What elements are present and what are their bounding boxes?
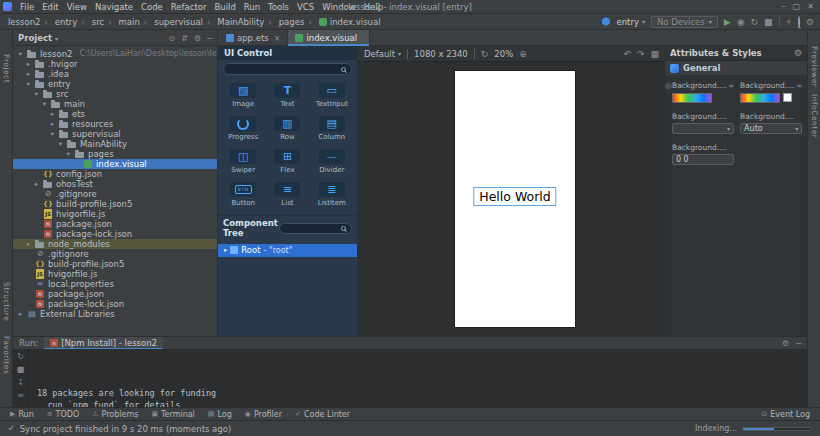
- attribute-value[interactable]: 0 0 ▾: [672, 154, 734, 165]
- ui-control-item[interactable]: Divider: [311, 149, 353, 174]
- attribute-field[interactable]: Background.... ∞ ▾: [740, 81, 802, 103]
- tree-item[interactable]: build-profile.json5: [13, 199, 217, 209]
- editor-tab[interactable]: app.ets ×: [219, 30, 288, 46]
- expand-arrow-icon[interactable]: ▾: [49, 129, 56, 139]
- breadcrumb-item[interactable]: pages: [266, 17, 306, 27]
- rotate-icon[interactable]: ↻: [481, 49, 489, 59]
- ui-control-item[interactable]: Column: [311, 116, 353, 141]
- menu-item[interactable]: Edit: [38, 2, 62, 12]
- structure-stripe-tab[interactable]: Structure: [2, 282, 11, 321]
- phone-artboard[interactable]: Hello World: [455, 71, 575, 327]
- breadcrumb-item[interactable]: index.visual: [306, 17, 382, 27]
- attribute-value[interactable]: ▾: [672, 92, 734, 103]
- run-settings-icon[interactable]: ⚙: [782, 339, 789, 348]
- attribute-field[interactable]: Background.... 0 0 ▾: [672, 143, 734, 165]
- project-stripe-tab[interactable]: Project: [2, 54, 11, 83]
- run-button[interactable]: ▶: [724, 17, 731, 27]
- expand-arrow-icon[interactable]: ▸: [33, 179, 40, 189]
- tree-item[interactable]: ▸ ohosTest: [13, 179, 217, 189]
- close-icon[interactable]: ✕: [807, 2, 814, 11]
- breadcrumb-item[interactable]: supervisual: [142, 17, 205, 27]
- tree-item[interactable]: ▸ resources: [13, 119, 217, 129]
- breadcrumb-item[interactable]: main: [106, 17, 142, 27]
- run-tab[interactable]: [Npm Install] - lesson2: [44, 337, 163, 350]
- tree-item[interactable]: .gitignore: [13, 249, 217, 259]
- gear-icon[interactable]: ⚙: [794, 48, 802, 58]
- ui-control-item[interactable]: Progress: [222, 116, 264, 141]
- project-view-select[interactable]: Project▾: [18, 33, 58, 43]
- tool-window-button[interactable]: ✓ Code Linter: [295, 410, 350, 419]
- tree-item[interactable]: ▾ main: [13, 99, 217, 109]
- tree-item[interactable]: ▸ .idea: [13, 69, 217, 79]
- tree-item[interactable]: ▾ supervisual: [13, 129, 217, 139]
- expand-arrow-icon[interactable]: ▸: [25, 69, 32, 79]
- minimize-icon[interactable]: –: [782, 2, 786, 11]
- hide-panel-icon[interactable]: ─: [207, 34, 212, 43]
- favorites-stripe-tab[interactable]: Favorites: [2, 336, 11, 374]
- tool-window-button[interactable]: ≡ TODO: [47, 410, 80, 419]
- tool-window-button[interactable]: ▣ Terminal: [151, 410, 194, 419]
- expand-arrow-icon[interactable]: ▸: [25, 59, 32, 69]
- panel-settings-icon[interactable]: ⚙: [194, 34, 201, 43]
- tree-item[interactable]: ▾ src: [13, 89, 217, 99]
- tool-window-button[interactable]: ◉ Profiler: [245, 410, 282, 419]
- tree-item[interactable]: ▸ .hvigor: [13, 59, 217, 69]
- attribute-field[interactable]: Background.... ∞ ▾: [672, 81, 734, 103]
- stop-icon[interactable]: ■: [17, 365, 25, 374]
- ui-control-item[interactable]: List: [266, 182, 308, 207]
- tree-item[interactable]: package.json: [13, 289, 217, 299]
- menu-item[interactable]: Navigate: [91, 2, 137, 12]
- ui-control-item[interactable]: Image: [222, 83, 264, 108]
- menu-item[interactable]: Tools: [264, 2, 293, 12]
- event-log-button[interactable]: ⊙ Event Log: [761, 410, 810, 419]
- ui-control-item[interactable]: ListItem: [311, 182, 353, 207]
- attribute-value[interactable]: Auto ▾: [740, 123, 802, 134]
- profiler-button[interactable]: ⚡: [786, 17, 792, 27]
- debug-button[interactable]: ◉: [737, 17, 745, 27]
- collapse-all-icon[interactable]: ⇵: [181, 34, 188, 43]
- close-tab-icon[interactable]: ×: [274, 34, 281, 43]
- tree-item[interactable]: ▾ lesson2 C:\Users\LaiHan\Desktop\lesson…: [13, 49, 217, 59]
- canvas-viewport[interactable]: Hello World: [358, 62, 665, 335]
- zoom-level[interactable]: 20%: [494, 49, 513, 59]
- breadcrumb-item[interactable]: lesson2: [6, 17, 42, 27]
- tree-item[interactable]: package-lock.json: [13, 299, 217, 309]
- ui-control-item[interactable]: Swiper: [222, 149, 264, 174]
- scroll-to-end-icon[interactable]: ↧: [17, 378, 24, 387]
- menu-item[interactable]: View: [63, 2, 91, 12]
- link-icon[interactable]: ∞: [728, 82, 734, 90]
- tree-item[interactable]: ▾ entry: [13, 79, 217, 89]
- breadcrumb-item[interactable]: src: [79, 17, 106, 27]
- menu-item[interactable]: Code: [137, 2, 167, 12]
- pin-icon[interactable]: ◎: [665, 81, 672, 171]
- ui-control-item[interactable]: TextInput: [311, 83, 353, 108]
- maximize-icon[interactable]: ▢: [793, 2, 801, 11]
- tree-item[interactable]: hvigorfile.js: [13, 209, 217, 219]
- expand-arrow-icon[interactable]: ▸: [224, 246, 227, 254]
- stop-button[interactable]: ■: [764, 17, 773, 27]
- tree-item[interactable]: ▾ MainAbility: [13, 139, 217, 149]
- selected-text-element[interactable]: Hello World: [473, 187, 556, 206]
- tree-item[interactable]: ▾ pages: [13, 149, 217, 159]
- soft-wrap-icon[interactable]: ≡: [17, 391, 24, 400]
- expand-arrow-icon[interactable]: ▸: [49, 109, 56, 119]
- attribute-field[interactable]: Background.... Auto ▾: [740, 112, 802, 134]
- general-section-header[interactable]: General: [665, 61, 807, 75]
- attribute-value[interactable]: ▾: [740, 92, 802, 103]
- expand-arrow-icon[interactable]: ▾: [57, 139, 64, 149]
- tree-item[interactable]: .gitignore: [13, 189, 217, 199]
- expand-arrow-icon[interactable]: ▸: [25, 239, 32, 249]
- device-select[interactable]: No Devices▾: [651, 16, 718, 28]
- tree-item[interactable]: ▸ node_modules: [13, 239, 217, 249]
- redo-icon[interactable]: ↷: [637, 49, 645, 59]
- tree-item[interactable]: ▸ External Libraries: [13, 309, 217, 319]
- tree-item[interactable]: build-profile.json5: [13, 259, 217, 269]
- ui-control-item[interactable]: Button: [222, 182, 264, 207]
- rerun-icon[interactable]: ↻: [17, 352, 24, 361]
- ui-control-item[interactable]: Text: [266, 83, 308, 108]
- tool-window-button[interactable]: ▶ Run: [10, 410, 34, 419]
- menu-item[interactable]: Run: [240, 2, 264, 12]
- ui-control-item[interactable]: Row: [266, 116, 308, 141]
- expand-arrow-icon[interactable]: ▸: [49, 119, 56, 129]
- infocenter-stripe-tab[interactable]: InfoCenter: [810, 94, 819, 138]
